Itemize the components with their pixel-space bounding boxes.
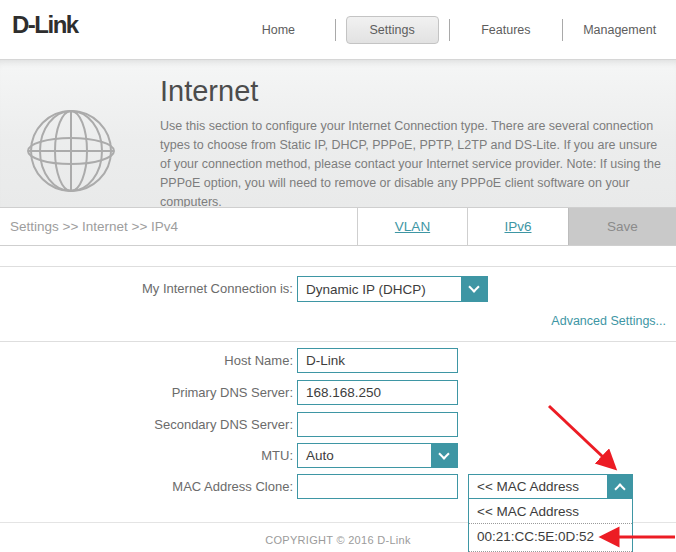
nav-item-home[interactable]: Home [252, 17, 305, 43]
page-title: Internet [160, 75, 258, 108]
toolbar: Settings >> Internet >> IPv4 VLAN IPv6 S… [0, 207, 676, 246]
ipv6-link[interactable]: IPv6 [504, 219, 531, 234]
mac-dropdown-option-default[interactable]: << MAC Address [469, 499, 632, 524]
advanced-settings-link[interactable]: Advanced Settings... [551, 314, 666, 328]
mac-dropdown-option-address[interactable]: 00:21:CC:5E:0D:52 [469, 524, 632, 549]
mtu-label: MTU: [0, 443, 293, 468]
mtu-select[interactable]: Auto [297, 443, 458, 468]
secondary-dns-input[interactable] [297, 412, 458, 437]
page-description: Use this section to configure your Inter… [160, 117, 668, 212]
chevron-up-icon [607, 475, 632, 498]
chevron-down-icon [461, 277, 487, 301]
save-button[interactable]: Save [568, 208, 676, 245]
primary-dns-input[interactable] [297, 380, 458, 405]
divider [0, 266, 676, 267]
dlink-logo: D-Link [12, 11, 78, 39]
host-name-input[interactable] [297, 348, 458, 373]
breadcrumb: Settings >> Internet >> IPv4 [0, 208, 357, 245]
settings-form: My Internet Connection is: Dynamic IP (D… [0, 246, 676, 552]
nav-item-management[interactable]: Management [573, 17, 666, 43]
mac-address-dropdown-list: << MAC Address 00:21:CC:5E:0D:52 [468, 498, 633, 552]
divider [0, 341, 676, 342]
globe-icon [26, 104, 118, 198]
chevron-down-icon [431, 444, 457, 467]
nav-item-features[interactable]: Features [471, 17, 540, 43]
mac-address-selected-value: << MAC Address [469, 479, 607, 494]
main-nav: Home Settings Features Management [222, 0, 676, 59]
vlan-link[interactable]: VLAN [395, 219, 430, 234]
mac-address-select[interactable]: << MAC Address [468, 474, 633, 499]
host-name-label: Host Name: [0, 348, 293, 373]
mtu-value: Auto [298, 448, 431, 463]
connection-type-value: Dynamic IP (DHCP) [298, 282, 461, 297]
primary-dns-label: Primary DNS Server: [0, 380, 293, 405]
top-header: D-Link Home Settings Features Management [0, 0, 676, 59]
connection-type-label: My Internet Connection is: [0, 276, 293, 302]
page: D-Link Home Settings Features Management… [0, 0, 676, 552]
mac-clone-label: MAC Address Clone: [0, 474, 293, 499]
nav-item-settings[interactable]: Settings [346, 16, 439, 44]
secondary-dns-label: Secondary DNS Server: [0, 412, 293, 437]
connection-type-select[interactable]: Dynamic IP (DHCP) [297, 276, 488, 302]
internet-hero-section: Internet Use this section to configure y… [0, 59, 676, 207]
mac-clone-input[interactable] [297, 474, 458, 499]
